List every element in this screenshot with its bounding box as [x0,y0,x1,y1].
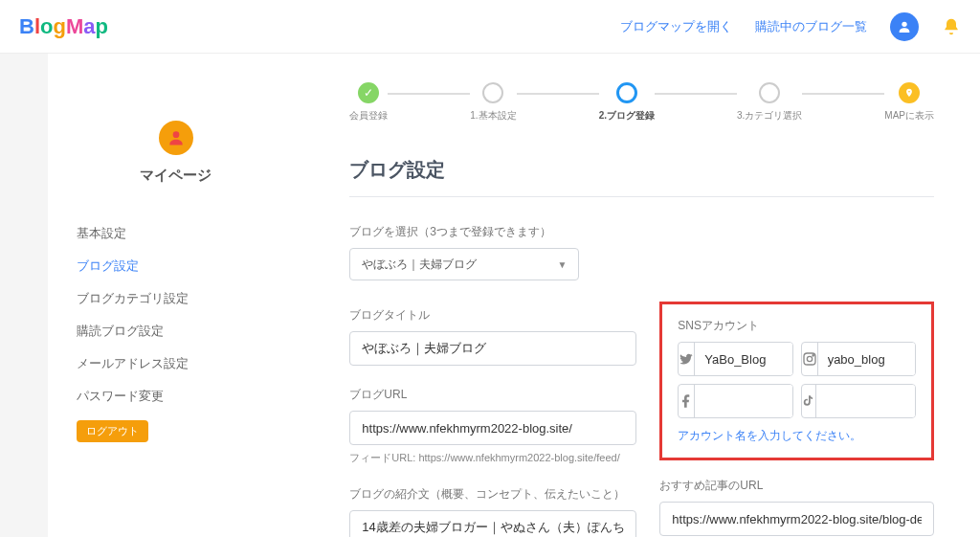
open-blogmap-link[interactable]: ブログマップを開く [620,18,732,35]
sns-highlight-box: SNSアカウント [659,302,934,460]
svg-point-4 [813,355,813,356]
blog-title-input[interactable] [349,331,636,366]
step-register: ✓ 会員登録 [349,82,388,123]
circle-icon [616,82,637,103]
svg-point-1 [172,131,179,138]
twitter-icon [679,343,695,375]
sns-twitter [678,342,792,376]
blog-url-input[interactable] [349,411,636,445]
header-right: ブログマップを開く 購読中のブログ一覧 [620,12,961,41]
step-map: MAPに表示 [884,82,934,123]
sidebar-avatar [159,121,193,155]
feed-url-text: フィードURL: https://www.nfekhmyrm2022-blog.… [349,451,636,465]
facebook-input[interactable] [695,385,792,417]
tiktok-input[interactable] [816,385,916,417]
sidebar-item-reading[interactable]: 購読ブログ設定 [77,315,275,347]
sns-tiktok [801,384,916,418]
stepper: ✓ 会員登録 1.基本設定 2.ブログ登録 3.カテゴリ選択 [349,82,934,123]
sidebar-item-email[interactable]: メールアドレス設定 [77,347,275,380]
instagram-icon [802,343,818,375]
svg-point-0 [902,21,906,26]
step-basic: 1.基本設定 [470,82,516,123]
sidebar-item-password[interactable]: パスワード変更 [77,380,275,413]
sidebar-menu: 基本設定 ブログ設定 ブログカテゴリ設定 購読ブログ設定 メールアドレス設定 パ… [48,217,303,442]
header: BlogMap ブログマップを開く 購読中のブログ一覧 [0,0,980,54]
blog-desc-label: ブログの紹介文（概要、コンセプト、伝えたいこと） [349,486,636,503]
sidebar-title: マイページ [48,167,303,185]
blog-desc-input[interactable] [349,510,636,537]
tiktok-icon [802,385,816,417]
twitter-input[interactable] [695,343,792,375]
logout-button[interactable]: ログアウト [77,420,148,442]
select-label: ブログを選択（3つまで登録できます） [349,224,934,240]
container: マイページ 基本設定 ブログ設定 ブログカテゴリ設定 購読ブログ設定 メールアド… [0,54,980,537]
recommended-url-1[interactable] [659,502,934,536]
reading-blogs-link[interactable]: 購読中のブログ一覧 [755,18,867,35]
svg-point-3 [807,356,812,361]
facebook-icon [679,385,695,417]
sns-label: SNSアカウント [678,318,916,334]
pin-icon [899,82,920,103]
check-icon: ✓ [358,82,379,103]
step-category: 3.カテゴリ選択 [737,82,802,123]
blog-title-label: ブログタイトル [349,307,636,324]
sidebar-item-basic[interactable]: 基本設定 [77,217,275,250]
bell-icon[interactable] [942,17,961,36]
sidebar: マイページ 基本設定 ブログ設定 ブログカテゴリ設定 購読ブログ設定 メールアド… [48,54,303,537]
main-content: ✓ 会員登録 1.基本設定 2.ブログ登録 3.カテゴリ選択 [303,54,980,537]
blog-url-label: ブログURL [349,387,636,403]
circle-icon [482,82,503,103]
sidebar-item-blog[interactable]: ブログ設定 [77,250,275,282]
sns-hint: アカウント名を入力してください。 [678,428,916,444]
page-title: ブログ設定 [349,157,934,183]
user-icon [897,19,912,34]
step-blog: 2.ブログ登録 [599,82,655,123]
recommended-label: おすすめ記事のURL [659,478,934,494]
instagram-input[interactable] [818,343,916,375]
logo[interactable]: BlogMap [19,14,108,39]
user-icon [167,128,186,147]
chevron-down-icon: ▼ [557,259,567,270]
sidebar-item-category[interactable]: ブログカテゴリ設定 [77,282,275,315]
circle-icon [759,82,780,103]
sns-facebook [678,384,792,418]
blog-select[interactable]: やぼぶろ｜夫婦ブログ ▼ [349,248,579,280]
user-avatar[interactable] [890,12,919,41]
sns-instagram [801,342,916,376]
divider [349,196,934,197]
